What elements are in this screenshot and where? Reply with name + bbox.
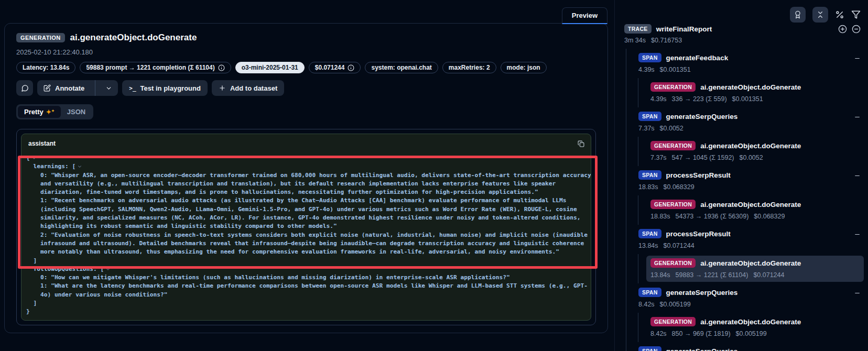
json-line: 1: "Recent benchmarks on adversarial aud… — [26, 196, 591, 205]
action-buttons: Annotate >_ Test in playground Add to da… — [16, 80, 596, 96]
tree-observation-item[interactable]: GENERATION ai.generateObject.doGenerate … — [638, 254, 864, 283]
observation-name: ai.generateObject.doGenerate — [700, 201, 801, 209]
observation-title: ai.generateObject.doGenerate — [70, 32, 197, 43]
playground-label: Test in playground — [140, 84, 201, 92]
observation-kind-badge: SPAN — [638, 288, 661, 297]
pill-label: maxRetries: 2 — [449, 64, 490, 71]
observation-cost: $0.001351 — [732, 95, 763, 103]
json-line-text: infrasound and ultrasound). Detailed ben… — [26, 239, 584, 248]
award-icon — [794, 10, 802, 19]
observation-tokens: 59883 → 1221 (Σ 61104) — [676, 271, 748, 279]
tree-observation-item[interactable]: SPAN generateSerpQueries 7.37s $0.0052 — [634, 107, 864, 137]
json-line: 1: "What are the latency benchmarks and … — [26, 282, 591, 290]
preview-tab-label: Preview — [572, 12, 598, 19]
observation-duration: 18.83s — [650, 213, 670, 220]
json-line: more notably than ultrasound, thus empha… — [26, 248, 591, 256]
collapse-all-button[interactable] — [812, 7, 828, 23]
observation-name: generateSerpQueries — [666, 113, 738, 120]
message-bubble-icon — [21, 84, 29, 92]
tree-observation-item[interactable]: SPAN generateSerpQueries — [634, 342, 864, 351]
json-line-text: (including SpeechGPT, SALMONN, Qwen2-Aud… — [26, 205, 577, 214]
observation-duration: 8.42s — [638, 301, 655, 308]
json-line-text: ] — [26, 299, 37, 308]
tree-observation-item[interactable]: SPAN generateFeedback 4.39s $0.001351 — [634, 49, 864, 78]
circle-minus-icon[interactable] — [852, 25, 861, 34]
trace-root-row[interactable]: TRACE writeFinalReport — [624, 24, 864, 34]
playground-button[interactable]: >_ Test in playground — [122, 80, 208, 96]
pill-label: 59883 prompt → 1221 completion (Σ 61104) — [86, 64, 214, 71]
json-line: 2: "Evaluation of noise robustness in sp… — [26, 231, 591, 239]
observation-meta: 4.39s 336 → 223 (Σ 559) $0.001351 — [650, 95, 860, 103]
tab-json[interactable]: JSON — [61, 106, 92, 118]
trace-tree-sidebar: TRACE writeFinalReport 3m 34s $0.716753 … — [614, 0, 868, 351]
observation-meta: 7.37s 547 → 1045 (Σ 1592) $0.0052 — [650, 154, 860, 161]
collapse-item-icon[interactable] — [854, 172, 861, 179]
add-to-dataset-label: Add to dataset — [230, 84, 277, 92]
info-icon[interactable] — [218, 64, 225, 71]
metadata-pill: maxRetries: 2 — [442, 62, 496, 73]
collapse-item-icon[interactable] — [854, 55, 861, 62]
tab-preview[interactable]: Preview — [562, 7, 607, 24]
comment-button[interactable] — [16, 80, 33, 96]
tree-observation-item[interactable]: GENERATION ai.generateObject.doGenerate … — [638, 137, 864, 166]
json-line: and versatility (e.g., multilingual tran… — [26, 180, 591, 188]
observation-cost: $0.005199 — [660, 301, 691, 308]
sparkles-icon: ✦✦ — [46, 109, 55, 115]
json-line: diarization, fine-tuned word timestamps,… — [26, 188, 591, 196]
observation-name: generateFeedback — [666, 54, 729, 62]
observation-duration: 7.37s — [638, 125, 655, 132]
json-line: similarity, and specialized measures (NC… — [26, 214, 591, 222]
observation-kind-badge: SPAN — [638, 346, 661, 351]
percent-toggle[interactable] — [835, 10, 844, 19]
observation-name: processSerpResult — [666, 171, 731, 179]
caret-down-icon[interactable] — [77, 164, 82, 169]
collapse-item-icon[interactable] — [854, 114, 861, 120]
caret-down-icon[interactable] — [105, 267, 111, 272]
collapse-vertical-icon — [816, 10, 824, 19]
io-preview-card: assistant { learnings: [ — [16, 129, 596, 325]
json-line-text: diarization, fine-tuned word timestamps,… — [26, 188, 538, 196]
json-line-text: followUpQuestions: [ — [26, 265, 104, 273]
observation-cost: $0.0052 — [740, 154, 763, 161]
json-line: ] — [26, 299, 591, 308]
tree-observation-item[interactable]: SPAN generateSerpQueries 8.42s $0.005199 — [634, 283, 864, 313]
tree-observation-item[interactable]: GENERATION ai.generateObject.doGenerate … — [638, 195, 864, 225]
annotate-button[interactable]: Annotate — [37, 80, 91, 96]
json-line-text: 0: "How can we mitigate Whisper's limita… — [26, 273, 510, 282]
button-divider — [95, 80, 95, 96]
collapse-item-icon[interactable] — [854, 348, 861, 351]
json-line: 0: "How can we mitigate Whisper's limita… — [26, 273, 591, 282]
annotate-dropdown-button[interactable] — [100, 80, 118, 96]
caret-down-icon[interactable] — [31, 156, 37, 161]
observation-name: ai.generateObject.doGenerate — [700, 259, 801, 267]
pencil-square-icon — [44, 84, 51, 92]
observation-meta: 8.42s 850 → 969 (Σ 1819) $0.005199 — [650, 330, 860, 337]
percent-icon — [835, 10, 844, 19]
pill-label: Latency: 13.84s — [23, 64, 69, 71]
circle-plus-icon[interactable] — [838, 25, 847, 34]
trace-detail-page: Preview GENERATION ai.generateObject.doG… — [0, 0, 868, 351]
copy-icon[interactable] — [578, 140, 584, 147]
observation-kind-badge: GENERATION — [650, 258, 696, 268]
filter-button[interactable] — [851, 10, 861, 19]
observation-cost: $0.068329 — [754, 213, 785, 220]
collapse-item-icon[interactable] — [854, 290, 861, 297]
observation-duration: 4.39s — [638, 66, 655, 73]
add-to-dataset-button[interactable]: Add to dataset — [212, 80, 284, 96]
observation-kind-badge: SPAN — [638, 170, 661, 180]
tab-pretty[interactable]: Pretty ✦✦ — [18, 106, 61, 118]
info-icon[interactable] — [348, 64, 354, 71]
collapse-item-icon[interactable] — [854, 231, 861, 238]
tree-observation-item[interactable]: SPAN processSerpResult 18.83s $0.068329 — [634, 166, 864, 195]
trace-cost: $0.716753 — [651, 37, 682, 44]
json-line: ] — [26, 257, 591, 265]
tree-observation-item[interactable]: GENERATION ai.generateObject.doGenerate … — [638, 78, 864, 107]
tree-observation-item[interactable]: GENERATION ai.generateObject.doGenerate … — [638, 313, 864, 342]
observation-name: generateSerpQueries — [666, 289, 738, 297]
tree-observation-item[interactable]: SPAN processSerpResult 13.84s $0.071244 — [634, 225, 864, 254]
observation-tokens: 547 → 1045 (Σ 1592) — [672, 154, 734, 161]
plus-icon — [219, 84, 226, 92]
observation-cost: $0.001351 — [660, 66, 691, 73]
pill-label: o3-mini-2025-01-31 — [242, 64, 298, 71]
award-button[interactable] — [790, 7, 806, 23]
